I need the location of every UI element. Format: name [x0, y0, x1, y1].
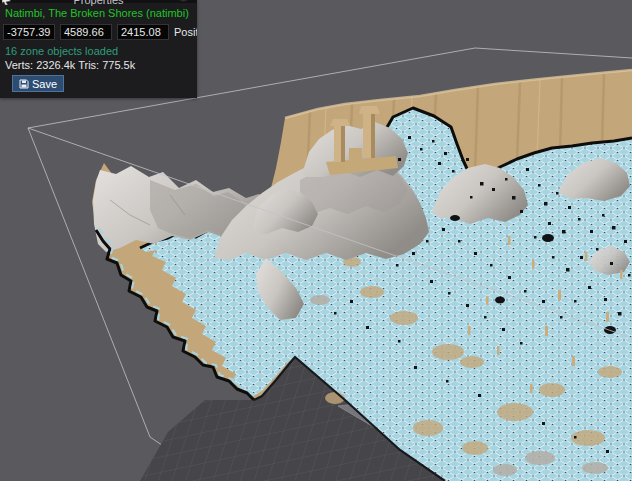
properties-panel: Properties Natimbi, The Broken Shores (n… [0, 0, 197, 98]
position-y-field[interactable] [60, 24, 112, 40]
save-button-label: Save [32, 78, 57, 90]
save-floppy-icon [19, 79, 29, 89]
position-label: Position [174, 26, 197, 38]
cursor-pointer-icon [2, 0, 11, 7]
3d-viewport[interactable]: Properties Natimbi, The Broken Shores (n… [0, 0, 632, 481]
save-button[interactable]: Save [12, 75, 64, 92]
panel-titlebar[interactable]: Properties [0, 0, 197, 3]
position-row: Position [0, 21, 197, 42]
position-x-field[interactable] [3, 24, 55, 40]
panel-title: Properties [0, 0, 197, 6]
position-z-field[interactable] [117, 24, 169, 40]
mesh-stats: Verts: 2326.4k Tris: 775.5k [0, 57, 197, 71]
zone-objects-status: 16 zone objects loaded [0, 42, 197, 57]
